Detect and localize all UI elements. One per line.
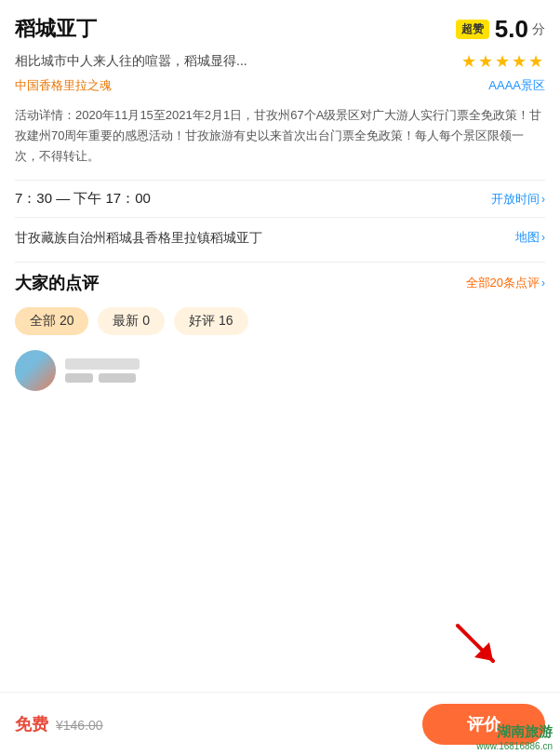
meta-bar-1 <box>65 373 93 383</box>
page-title: 稻城亚丁 <box>15 15 97 43</box>
divider-3 <box>15 262 545 263</box>
address-text: 甘孜藏族自治州稻城县香格里拉镇稻城亚丁 <box>15 227 515 248</box>
divider-1 <box>15 180 545 181</box>
star-rating: ★★★★★ <box>461 51 545 72</box>
header-row: 稻城亚丁 超赞 5.0 分 <box>15 15 545 44</box>
score-area: 超赞 5.0 分 <box>456 15 545 44</box>
review-card <box>15 350 545 391</box>
chazan-badge: 超赞 <box>456 20 489 39</box>
avatar <box>15 350 56 391</box>
page-content: 稻城亚丁 超赞 5.0 分 相比城市中人来人往的喧嚣，稻城显得... ★★★★★… <box>0 0 560 480</box>
red-arrow-icon <box>448 616 504 672</box>
watermark: 湖南旅游 www.16816886.cn <box>476 723 553 751</box>
activity-label: 活动详情： <box>15 108 75 122</box>
price-area: 免费 ¥146.00 <box>15 713 103 735</box>
user-info <box>65 358 140 383</box>
opening-time-link[interactable]: 开放时间 › <box>491 191 545 208</box>
time-chevron: › <box>541 193 545 206</box>
meta-bar-2 <box>99 373 136 383</box>
user-meta-bars <box>65 373 140 383</box>
tag-shangrila[interactable]: 中国香格里拉之魂 <box>15 77 112 94</box>
score-unit: 分 <box>532 21 545 38</box>
subtitle-text: 相比城市中人来人往的喧嚣，稻城显得... <box>15 53 461 70</box>
filter-all[interactable]: 全部 20 <box>15 307 88 335</box>
map-link[interactable]: 地图 › <box>515 229 545 246</box>
divider-2 <box>15 217 545 218</box>
filter-pills: 全部 20 最新 0 好评 16 <box>15 307 545 335</box>
filter-latest[interactable]: 最新 0 <box>98 307 165 335</box>
address-row: 甘孜藏族自治州稻城县香格里拉镇稻城亚丁 地图 › <box>15 227 545 248</box>
activity-box: 活动详情：2020年11月15至2021年2月1日，甘孜州67个A级景区对广大游… <box>15 105 545 167</box>
activity-content: 2020年11月15至2021年2月1日，甘孜州67个A级景区对广大游人实行门票… <box>15 108 541 163</box>
watermark-logo: 湖南旅游 <box>497 723 553 741</box>
watermark-url: www.16816886.cn <box>476 741 553 751</box>
tag-aaaa: AAAA景区 <box>488 77 545 94</box>
filter-positive[interactable]: 好评 16 <box>174 307 247 335</box>
subtitle-row: 相比城市中人来人往的喧嚣，稻城显得... ★★★★★ <box>15 51 545 72</box>
reviews-header: 大家的点评 全部20条点评 › <box>15 272 545 294</box>
review-user-row <box>15 350 545 391</box>
reviews-chevron: › <box>541 276 545 290</box>
map-chevron: › <box>541 231 545 244</box>
time-row: 7：30 — 下午 17：00 开放时间 › <box>15 190 545 208</box>
all-reviews-link[interactable]: 全部20条点评 › <box>466 275 545 291</box>
arrow-annotation <box>448 616 504 676</box>
user-name-bar <box>65 358 140 370</box>
price-original: ¥146.00 <box>56 718 103 733</box>
score-number: 5.0 <box>495 15 528 44</box>
tags-row: 中国香格里拉之魂 AAAA景区 <box>15 77 545 94</box>
price-free: 免费 <box>15 713 48 735</box>
reviews-title: 大家的点评 <box>15 272 99 294</box>
opening-time: 7：30 — 下午 17：00 <box>15 190 151 208</box>
